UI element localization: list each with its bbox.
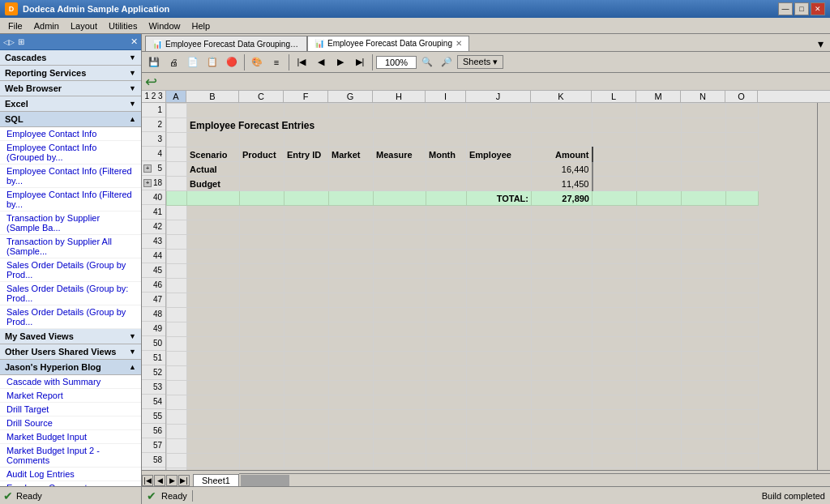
menu-utilities[interactable]: Utilities [104,19,142,32]
sidebar-section-webbrowser[interactable]: Web Browser ▼ [0,81,141,96]
toolbar-print-btn[interactable]: 🖨 [165,53,182,71]
cell-l4[interactable] [593,147,637,162]
cell-m1[interactable] [637,104,682,118]
cell-f4[interactable]: Entry ID [285,147,329,162]
cell-g3[interactable] [329,133,374,147]
cell-i5[interactable] [426,162,467,177]
cell-o2[interactable] [726,118,759,133]
cell-l40[interactable] [593,191,637,206]
col-header-m[interactable]: M [636,91,681,102]
cell-k4[interactable]: Amount [532,147,593,162]
col-header-l[interactable]: L [592,91,636,102]
cell-j1[interactable] [467,104,532,118]
cell-i18[interactable] [426,177,467,191]
cell-h1[interactable] [374,104,426,118]
cell-a3[interactable] [167,133,187,147]
sidebar-item-transaction-all[interactable]: Transaction by Supplier All (Sample... [0,235,141,258]
sidebar-item-drill-target[interactable]: Drill Target [0,403,141,416]
toolbar-btn-7[interactable]: ≡ [267,53,285,71]
cell-h5[interactable] [374,162,426,177]
sidebar-item-sales-order1[interactable]: Sales Order Details (Group by Prod... [0,258,141,282]
cell-i1[interactable] [426,104,467,118]
tab-1-close[interactable]: ✕ [456,39,462,48]
sidebar-section-jasons-blog[interactable]: Jason's Hyperion Blog ▲ [0,360,141,375]
col-header-i[interactable]: I [426,91,466,102]
zoom-level[interactable]: 100% [376,56,417,69]
sidebar-item-contact-filtered1[interactable]: Employee Contact Info (Filtered by... [0,164,141,188]
close-button[interactable]: ✕ [811,2,825,15]
toolbar-btn-10[interactable]: ▶ [332,53,349,71]
cell-m3[interactable] [637,133,682,147]
sidebar-item-market-report[interactable]: Market Report [0,389,141,403]
col-header-n[interactable]: N [681,91,725,102]
cell-j5[interactable] [467,162,532,177]
cell-h4[interactable]: Measure [374,147,426,162]
sheet-nav-last[interactable]: ▶| [178,475,190,486]
cell-l1[interactable] [593,104,637,118]
sidebar-item-sales-order3[interactable]: Sales Order Details (Group by Prod... [0,305,141,329]
cell-title[interactable]: Employee Forecast Entries [187,118,593,133]
cell-f3[interactable] [285,133,329,147]
cell-j18[interactable] [467,177,532,191]
cell-f5[interactable] [285,162,329,177]
undo-button[interactable]: ↩ [145,73,157,91]
toolbar-btn-5[interactable]: 🔴 [223,53,241,71]
cell-o4[interactable] [726,147,759,162]
toolbar-color-btn[interactable]: 🎨 [248,53,266,71]
col-header-a[interactable]: A [166,91,186,102]
col-header-h[interactable]: H [373,91,426,102]
col-header-g[interactable]: G [328,91,373,102]
cell-b18[interactable]: Budget [187,177,240,191]
sheet-nav-prev[interactable]: ◀ [154,475,165,486]
cell-c18[interactable] [240,177,285,191]
tab-0[interactable]: 📊 Employee Forecast Data Grouping, Versi… [145,36,307,52]
sidebar-item-transaction-sample[interactable]: Transaction by Supplier (Sample Ba... [0,211,141,235]
toolbar-btn-4[interactable]: 📋 [203,53,221,71]
cell-f18[interactable] [285,177,329,191]
cell-n18[interactable] [682,177,726,191]
toolbar-btn-8[interactable]: |◀ [293,53,310,71]
cell-o1[interactable] [726,104,759,118]
cell-h40[interactable] [374,191,426,206]
cell-n3[interactable] [682,133,726,147]
cell-l3[interactable] [593,133,637,147]
cell-l2[interactable] [593,118,637,133]
toolbar-btn-3[interactable]: 📄 [184,53,202,71]
cell-k18[interactable]: 11,450 [532,177,593,191]
sidebar-item-contact-info[interactable]: Employee Contact Info [0,127,141,141]
horizontal-scrollbar-track[interactable] [239,473,830,486]
cell-c1[interactable] [240,104,285,118]
cell-k5[interactable]: 16,440 [532,162,593,177]
maximize-button[interactable]: □ [794,2,809,15]
cell-b3[interactable] [187,133,240,147]
cell-c5[interactable] [240,162,285,177]
sheet-tab-1[interactable]: Sheet1 [193,474,239,486]
cell-a1[interactable] [167,104,187,118]
col-header-j[interactable]: J [466,91,531,102]
sheets-button[interactable]: Sheets ▾ [457,55,503,69]
vertical-scrollbar[interactable] [817,103,830,470]
cell-h18[interactable] [374,177,426,191]
cell-m4[interactable] [637,147,682,162]
cell-a2[interactable] [167,118,187,133]
sidebar-item-contact-filtered2[interactable]: Employee Contact Info (Filtered by... [0,188,141,211]
cell-m5[interactable] [637,162,682,177]
cell-m18[interactable] [637,177,682,191]
col-header-k[interactable]: K [531,91,592,102]
tab-1[interactable]: 📊 Employee Forecast Data Grouping ✕ [307,36,469,52]
toolbar-btn-9[interactable]: ◀ [312,53,330,71]
menu-help[interactable]: Help [187,19,216,32]
cell-a40[interactable] [167,191,187,206]
cell-j40-total-label[interactable]: TOTAL: [467,191,532,206]
cell-b4[interactable]: Scenario [187,147,240,162]
cell-c3[interactable] [240,133,285,147]
cell-i3[interactable] [426,133,467,147]
sidebar-item-market-budget[interactable]: Market Budget Input [0,430,141,444]
cell-a18[interactable] [167,177,187,191]
cell-a5[interactable] [167,162,187,177]
cell-i4[interactable]: Month [426,147,467,162]
cell-j4[interactable]: Employee [467,147,532,162]
sidebar-section-other-shared[interactable]: Other Users Shared Views ▼ [0,344,141,360]
col-header-c[interactable]: C [239,91,284,102]
tabs-dropdown-icon[interactable]: ▾ [815,37,827,50]
